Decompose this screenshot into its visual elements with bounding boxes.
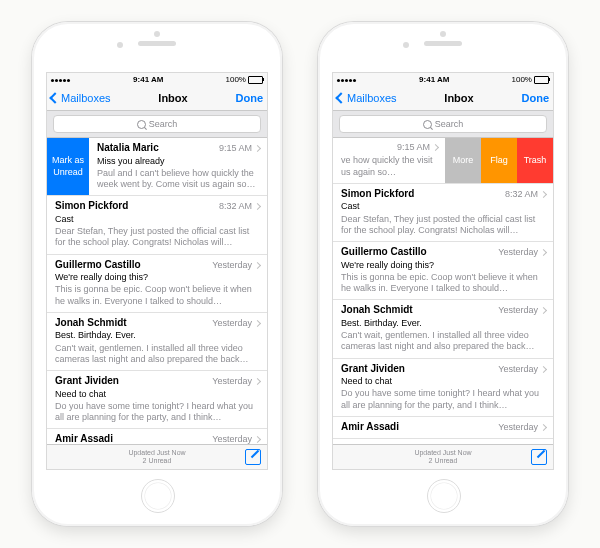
mail-preview: Can't wait, gentlemen. I installed all t… [55, 343, 260, 366]
mail-time: 8:32 AM [219, 201, 252, 212]
signal-dots-icon [51, 75, 71, 84]
mail-row[interactable]: Guillermo Castillo Yesterday We're reall… [47, 255, 267, 313]
nav-title: Inbox [158, 92, 187, 104]
mail-subject: Need to chat [55, 389, 260, 400]
compose-button[interactable] [245, 449, 261, 465]
search-placeholder: Search [149, 119, 178, 129]
flag-button[interactable]: Flag [481, 138, 517, 183]
mail-preview: Dear Stefan, They just posted the offici… [341, 214, 546, 237]
mail-sender: Simon Pickford [55, 200, 128, 213]
status-battery: 100% [512, 75, 549, 84]
done-button[interactable]: Done [236, 92, 264, 104]
search-bar-wrap: Search [47, 111, 267, 138]
mail-time: Yesterday [498, 422, 538, 433]
mail-time: Yesterday [212, 434, 252, 444]
chevron-right-icon [254, 203, 261, 210]
mail-row[interactable]: Mark as Unread Natalia Maric 9:15 AM Mis… [47, 138, 267, 196]
chevron-right-icon [540, 191, 547, 198]
search-bar-wrap: Search [333, 111, 553, 138]
back-label: Mailboxes [347, 92, 397, 104]
chevron-left-icon [49, 92, 60, 103]
toolbar: Updated Just Now 2 Unread [333, 444, 553, 469]
search-icon [423, 120, 432, 129]
toolbar-updated: Updated Just Now [414, 449, 471, 457]
status-bar: 9:41 AM 100% [333, 73, 553, 86]
nav-title: Inbox [444, 92, 473, 104]
mail-sender: Jonah Schmidt [341, 304, 413, 317]
back-button[interactable]: Mailboxes [51, 92, 111, 104]
chevron-right-icon [540, 424, 547, 431]
mail-time: Yesterday [212, 318, 252, 329]
done-button[interactable]: Done [522, 92, 550, 104]
chevron-right-icon [540, 249, 547, 256]
chevron-right-icon [254, 145, 261, 152]
compose-button[interactable] [531, 449, 547, 465]
mail-subject: Need to chat [341, 376, 546, 387]
mail-sender: Natalia Maric [97, 142, 159, 155]
mail-time: 9:15 AM [219, 143, 252, 154]
search-input[interactable]: Search [53, 115, 261, 133]
chevron-right-icon [254, 320, 261, 327]
mail-row[interactable]: 9:15 AM ve how quickly the visit us agai… [333, 138, 553, 184]
chevron-left-icon [335, 92, 346, 103]
mail-subject: Cast [55, 214, 260, 225]
mail-subject: Best. Birthday. Ever. [55, 330, 260, 341]
inbox-list[interactable]: Mark as Unread Natalia Maric 9:15 AM Mis… [47, 138, 267, 444]
chevron-right-icon [254, 378, 261, 385]
mark-unread-button[interactable]: Mark as Unread [47, 138, 89, 195]
status-time: 9:41 AM [133, 75, 163, 84]
inbox-list[interactable]: 9:15 AM ve how quickly the visit us agai… [333, 138, 553, 444]
mail-preview: Paul and I can't believe how quickly the… [97, 168, 260, 191]
mail-time: Yesterday [498, 305, 538, 316]
mail-row[interactable]: Guillermo Castillo Yesterday We're reall… [333, 242, 553, 300]
home-button[interactable] [141, 479, 175, 513]
mail-time: Yesterday [212, 260, 252, 271]
search-input[interactable]: Search [339, 115, 547, 133]
back-button[interactable]: Mailboxes [337, 92, 397, 104]
mail-row[interactable]: Amir Assadi Yesterday [333, 417, 553, 440]
chevron-right-icon [254, 436, 261, 443]
mail-sender: Amir Assadi [341, 421, 399, 434]
mail-row[interactable]: Jonah Schmidt Yesterday Best. Birthday. … [333, 300, 553, 358]
nav-bar: Mailboxes Inbox Done [47, 86, 267, 111]
mail-preview: ve how quickly the visit us again so… [341, 155, 438, 178]
mail-row[interactable]: Simon Pickford 8:32 AM Cast Dear Stefan,… [47, 196, 267, 254]
more-button[interactable]: More [445, 138, 481, 183]
mail-row[interactable]: Jonah Schmidt Yesterday Best. Birthday. … [47, 313, 267, 371]
trash-button[interactable]: Trash [517, 138, 553, 183]
mail-sender: Grant Jividen [341, 363, 405, 376]
mail-row[interactable]: Simon Pickford 8:32 AM Cast Dear Stefan,… [333, 184, 553, 242]
home-button[interactable] [427, 479, 461, 513]
mail-preview: This is gonna be epic. Coop won't believ… [55, 284, 260, 307]
signal-dots-icon [337, 75, 357, 84]
mail-sender: Amir Assadi [55, 433, 113, 444]
toolbar: Updated Just Now 2 Unread [47, 444, 267, 469]
mail-row[interactable]: Grant Jividen Yesterday Need to chat Do … [47, 371, 267, 429]
iphone-device-left: 9:41 AM 100% Mailboxes Inbox Done Search… [32, 22, 282, 526]
chevron-right-icon [540, 307, 547, 314]
mail-preview: This is gonna be epic. Coop won't believ… [341, 272, 546, 295]
mail-sender: Guillermo Castillo [341, 246, 427, 259]
toolbar-unread: 2 Unread [429, 457, 458, 465]
mail-row[interactable]: Grant Jividen Yesterday Need to chat Do … [333, 359, 553, 417]
device-top-hardware [32, 22, 282, 72]
mail-preview: Do you have some time tonight? I heard w… [55, 401, 260, 424]
iphone-device-right: 9:41 AM 100% Mailboxes Inbox Done Search [318, 22, 568, 526]
mail-sender: Grant Jividen [55, 375, 119, 388]
swipe-actions-right: More Flag Trash [445, 138, 553, 183]
mail-row[interactable]: Amir Assadi Yesterday [47, 429, 267, 444]
battery-icon [248, 76, 263, 84]
back-label: Mailboxes [61, 92, 111, 104]
mail-time: 9:15 AM [397, 142, 430, 153]
mail-preview: Can't wait, gentlemen. I installed all t… [341, 330, 546, 353]
mail-subject: Cast [341, 201, 546, 212]
chevron-right-icon [540, 366, 547, 373]
screen: 9:41 AM 100% Mailboxes Inbox Done Search [332, 72, 554, 470]
battery-percent: 100% [226, 75, 246, 84]
mail-time: Yesterday [498, 247, 538, 258]
mail-sender: Guillermo Castillo [55, 259, 141, 272]
mail-subject: We're really doing this? [55, 272, 260, 283]
mail-subject: Miss you already [97, 156, 260, 167]
screen: 9:41 AM 100% Mailboxes Inbox Done Search… [46, 72, 268, 470]
mail-time: Yesterday [498, 364, 538, 375]
